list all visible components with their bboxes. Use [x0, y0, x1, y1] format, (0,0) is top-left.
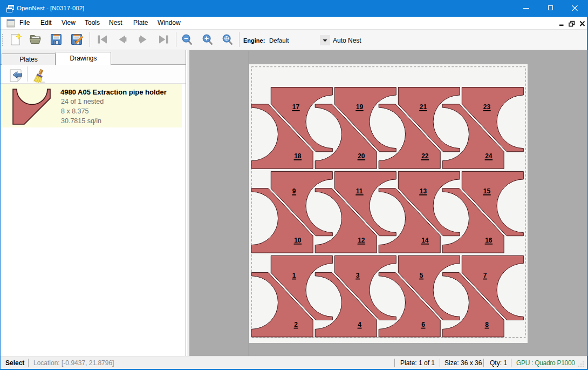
- svg-text:14: 14: [421, 237, 429, 244]
- svg-text:11: 11: [355, 187, 363, 195]
- svg-text:15: 15: [483, 187, 490, 195]
- svg-text:4: 4: [358, 321, 361, 328]
- svg-text:1: 1: [292, 272, 296, 279]
- svg-text:7: 7: [483, 272, 487, 279]
- svg-text:8: 8: [485, 321, 489, 328]
- svg-text:18: 18: [294, 152, 302, 160]
- svg-text:3: 3: [355, 272, 359, 279]
- svg-text:5: 5: [419, 272, 423, 279]
- svg-text:20: 20: [358, 152, 365, 160]
- svg-text:10: 10: [294, 237, 302, 244]
- svg-text:12: 12: [358, 237, 365, 244]
- svg-text:9: 9: [292, 187, 296, 195]
- svg-text:2: 2: [294, 321, 298, 328]
- svg-text:24: 24: [485, 152, 493, 160]
- svg-text:6: 6: [421, 321, 425, 328]
- svg-text:19: 19: [355, 103, 363, 111]
- svg-text:22: 22: [421, 152, 429, 160]
- svg-text:16: 16: [485, 237, 493, 244]
- svg-text:17: 17: [292, 103, 299, 111]
- svg-text:21: 21: [419, 103, 427, 111]
- svg-text:13: 13: [419, 187, 427, 195]
- svg-text:23: 23: [483, 103, 490, 111]
